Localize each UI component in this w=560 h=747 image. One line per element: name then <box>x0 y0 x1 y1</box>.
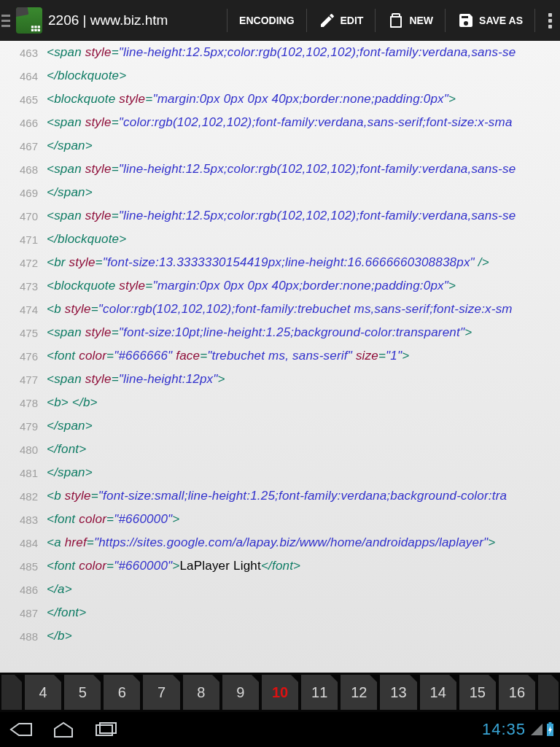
code-content: <b style="font-size:small;line-height:1.… <box>47 489 507 503</box>
system-navbar: 14:35 <box>0 712 560 747</box>
tab-overflow-right[interactable] <box>538 675 559 710</box>
code-content: </span> <box>47 419 93 433</box>
line-number: 468 <box>0 163 47 176</box>
line-number: 477 <box>0 374 47 386</box>
encoding-button[interactable]: ENCODING <box>232 15 301 26</box>
tab-16[interactable]: 16 <box>499 675 535 710</box>
code-line[interactable]: 466<span style="color:rgb(102,102,102);f… <box>0 111 560 134</box>
app-icon[interactable] <box>16 7 42 34</box>
tab-5[interactable]: 5 <box>64 675 101 710</box>
code-line[interactable]: 474<b style="color:rgb(102,102,102);font… <box>0 298 560 321</box>
line-number: 470 <box>0 210 47 222</box>
line-number: 485 <box>0 560 47 573</box>
separator <box>227 9 228 32</box>
line-number: 474 <box>0 303 47 316</box>
code-line[interactable]: 475<span style="font-size:10pt;line-heig… <box>0 321 560 344</box>
tab-14[interactable]: 14 <box>420 675 456 710</box>
new-button[interactable]: NEW <box>380 12 440 29</box>
separator <box>306 9 307 32</box>
title[interactable]: 2206 | www.biz.htm <box>48 12 222 28</box>
edit-label: EDIT <box>341 15 364 26</box>
tab-overflow-left[interactable] <box>1 675 22 710</box>
code-content: </b> <box>47 629 72 643</box>
code-content: <b> </b> <box>47 395 98 410</box>
svg-rect-3 <box>549 722 552 724</box>
menu-icon[interactable] <box>0 0 13 41</box>
line-number: 473 <box>0 280 47 293</box>
line-number: 464 <box>0 70 47 82</box>
code-line[interactable]: 473<blockquote style="margin:0px 0px 0px… <box>0 274 560 298</box>
code-content: <span style="line-height:12.5px;color:rg… <box>47 45 516 60</box>
line-number: 466 <box>0 117 47 129</box>
code-line[interactable]: 483<font color="#660000"> <box>0 508 560 531</box>
code-line[interactable]: 467</span> <box>0 134 560 158</box>
code-line[interactable]: 476<font color="#666666" face="trebuchet… <box>0 344 560 368</box>
code-content: <blockquote style="margin:0px 0px 0px 40… <box>47 279 456 293</box>
line-number: 487 <box>0 607 47 619</box>
tab-12[interactable]: 12 <box>341 675 377 710</box>
line-number: 479 <box>0 420 47 433</box>
overflow-menu-icon[interactable] <box>540 13 560 28</box>
back-icon[interactable] <box>0 712 42 747</box>
code-line[interactable]: 465<blockquote style="margin:0px 0px 0px… <box>0 88 560 111</box>
recent-icon[interactable] <box>85 712 127 747</box>
code-content: </blockquote> <box>47 69 126 83</box>
separator <box>375 9 376 32</box>
code-line[interactable]: 472<br style="font-size:13.3333330154419… <box>0 251 560 274</box>
tab-strip: 45678910111213141516 <box>0 673 560 712</box>
line-number: 469 <box>0 187 47 199</box>
line-number: 481 <box>0 467 47 479</box>
line-number: 478 <box>0 397 47 409</box>
code-content: </font> <box>47 442 86 457</box>
code-content: <blockquote style="margin:0px 0px 0px 40… <box>47 92 456 107</box>
tab-7[interactable]: 7 <box>143 675 179 710</box>
code-content: <span style="font-size:10pt;line-height:… <box>47 325 472 340</box>
home-icon[interactable] <box>42 712 85 747</box>
code-content: <br style="font-size:13.3333330154419px;… <box>47 255 489 270</box>
tab-10[interactable]: 10 <box>262 675 298 710</box>
code-line[interactable]: 471</blockquote> <box>0 228 560 251</box>
code-line[interactable]: 463<span style="line-height:12.5px;color… <box>0 41 560 64</box>
tab-13[interactable]: 13 <box>380 675 416 710</box>
code-line[interactable]: 464</blockquote> <box>0 64 560 88</box>
code-line[interactable]: 484<a href="https://sites.google.com/a/l… <box>0 531 560 554</box>
tab-4[interactable]: 4 <box>25 675 61 710</box>
line-number: 488 <box>0 630 47 643</box>
tab-6[interactable]: 6 <box>104 675 140 710</box>
code-line[interactable]: 486</a> <box>0 578 560 601</box>
actions: ENCODING EDIT NEW SAVE AS <box>222 0 560 41</box>
edit-button[interactable]: EDIT <box>311 12 371 29</box>
code-line[interactable]: 478<b> </b> <box>0 391 560 414</box>
tab-8[interactable]: 8 <box>183 675 219 710</box>
code-line[interactable]: 470<span style="line-height:12.5px;color… <box>0 204 560 228</box>
saveas-button[interactable]: SAVE AS <box>450 12 530 29</box>
code-line[interactable]: 487</font> <box>0 601 560 624</box>
code-line[interactable]: 480</font> <box>0 438 560 461</box>
save-icon <box>457 12 475 29</box>
line-number: 472 <box>0 257 47 269</box>
line-number: 471 <box>0 233 47 246</box>
line-number: 482 <box>0 490 47 503</box>
clock: 14:35 <box>478 720 530 739</box>
code-content: </a> <box>47 582 72 597</box>
code-line[interactable]: 477<span style="line-height:12px"> <box>0 368 560 391</box>
code-editor[interactable]: 463<span style="line-height:12.5px;color… <box>0 41 560 673</box>
code-line[interactable]: 485<font color="#660000">LaPlayer Light<… <box>0 554 560 578</box>
code-content: <span style="line-height:12.5px;color:rg… <box>47 209 516 223</box>
code-line[interactable]: 488</b> <box>0 624 560 648</box>
code-content: <b style="color:rgb(102,102,102);font-fa… <box>47 302 513 317</box>
code-content: <font color="#666666" face="trebuchet ms… <box>47 349 409 363</box>
tab-9[interactable]: 9 <box>222 675 259 710</box>
pencil-icon <box>319 12 336 29</box>
code-line[interactable]: 482<b style="font-size:small;line-height… <box>0 484 560 508</box>
code-content: <font color="#660000">LaPlayer Light</fo… <box>47 559 300 573</box>
code-line[interactable]: 481</span> <box>0 461 560 484</box>
tab-15[interactable]: 15 <box>459 675 496 710</box>
code-content: <span style="line-height:12.5px;color:rg… <box>47 162 516 177</box>
saveas-label: SAVE AS <box>479 15 523 26</box>
code-line[interactable]: 468<span style="line-height:12.5px;color… <box>0 158 560 181</box>
code-line[interactable]: 479</span> <box>0 414 560 438</box>
line-number: 463 <box>0 47 47 59</box>
tab-11[interactable]: 11 <box>301 675 338 710</box>
code-line[interactable]: 469</span> <box>0 181 560 204</box>
